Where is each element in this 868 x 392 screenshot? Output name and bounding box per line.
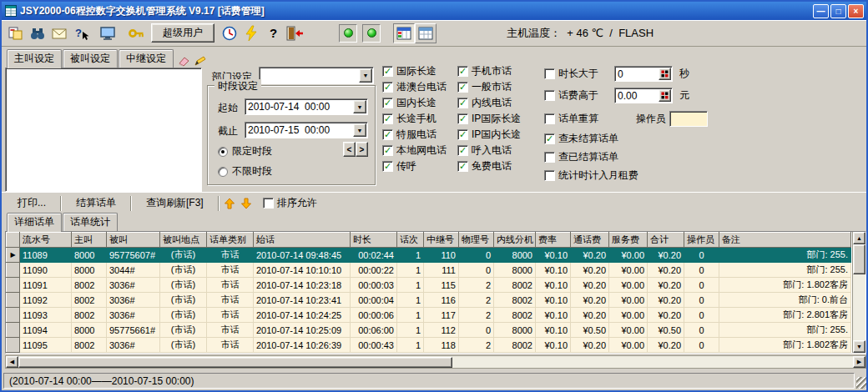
move-down-button[interactable] xyxy=(238,194,255,213)
column-header-extension[interactable]: 内线分机 xyxy=(494,233,536,248)
column-header-callee[interactable]: 被叫 xyxy=(107,233,160,248)
calltype-checkbox[interactable]: ✓免费电话 xyxy=(457,158,521,174)
find-button[interactable] xyxy=(27,23,48,44)
column-header-call-fee[interactable]: 通话费 xyxy=(571,233,609,248)
column-header-physical-no[interactable]: 物理号 xyxy=(459,233,494,248)
query-settled-checkbox[interactable]: 查已结算话单 xyxy=(544,150,618,164)
table-row[interactable]: 1109580023036#(市话)市话2010-07-14 10:26:390… xyxy=(7,338,851,353)
super-user-button[interactable]: 超级用户 xyxy=(151,23,214,43)
pencil-button[interactable] xyxy=(194,53,207,68)
calltype-checkbox[interactable]: ✓内线电话 xyxy=(457,95,521,111)
vertical-scrollbar-thumb[interactable] xyxy=(853,244,865,274)
column-header-callee-area[interactable]: 被叫地点 xyxy=(160,233,207,248)
calltype-checkbox[interactable]: ✓本地网电话 xyxy=(382,143,447,158)
dropdown-button[interactable]: ▼ xyxy=(353,100,366,113)
column-header-serial[interactable]: 流水号 xyxy=(20,233,72,248)
recalc-checkbox[interactable]: 话单重算 xyxy=(544,112,614,126)
column-header-start-time[interactable]: 始话 xyxy=(254,233,351,248)
table-row[interactable]: 11094800095775661#(市话)市话2010-07-14 10:25… xyxy=(7,323,851,338)
duration-filter-checkbox[interactable]: 时长大于 xyxy=(544,67,614,81)
calltype-checkbox[interactable]: ✓长途手机 xyxy=(382,111,447,127)
calltype-checkbox[interactable]: ✓手机市话 xyxy=(457,63,521,79)
dropdown-button[interactable]: ▼ xyxy=(359,68,372,83)
print-button[interactable]: 打印... xyxy=(5,193,58,214)
value-picker-button[interactable] xyxy=(659,89,671,102)
dropdown-button[interactable]: ▼ xyxy=(353,123,366,137)
column-header-operator[interactable]: 操作员 xyxy=(684,233,719,248)
help-button[interactable]: ? xyxy=(262,23,284,44)
query-unsettled-checkbox[interactable]: ✓ 查未结算话单 xyxy=(544,132,618,146)
minimize-button[interactable]: — xyxy=(813,4,829,18)
column-header-duration[interactable]: 时长 xyxy=(351,233,397,248)
column-header-call-type[interactable]: 话单类别 xyxy=(207,233,254,248)
column-header-trunk-no[interactable]: 中继号 xyxy=(424,233,459,248)
period-start-combobox[interactable]: 2010-07-14 00:00 ▼ xyxy=(245,98,368,115)
refresh-query-button[interactable]: 查询刷新[F3] xyxy=(134,193,216,214)
tab-trunk-setting[interactable]: 中继设定 xyxy=(119,49,174,68)
permission-button[interactable] xyxy=(125,23,147,44)
fee-input[interactable]: 0.00 xyxy=(614,88,673,103)
calltype-checkbox[interactable]: ✓特服电话 xyxy=(382,127,447,143)
calltype-checkbox[interactable]: ✓一般市话 xyxy=(457,79,521,95)
calltype-checkbox[interactable]: ✓呼入电话 xyxy=(457,143,521,158)
column-header-total[interactable]: 合计 xyxy=(648,233,684,248)
scroll-up-button[interactable]: ▲ xyxy=(853,232,865,244)
tab-caller-setting[interactable]: 主叫设定 xyxy=(7,49,62,68)
close-button[interactable]: × xyxy=(848,4,864,18)
stats-view-button[interactable] xyxy=(415,23,437,43)
calltype-checkbox[interactable]: ✓国内长途 xyxy=(382,95,447,111)
vertical-scrollbar[interactable]: ▲ ▼ xyxy=(852,232,865,353)
maximize-button[interactable]: □ xyxy=(830,4,846,18)
dept-combobox[interactable]: ▼ xyxy=(259,67,374,84)
calltype-checkbox[interactable]: ✓IP国内长途 xyxy=(457,127,521,143)
table-row[interactable]: ▶11089800095775607#(市话)市话2010-07-14 09:4… xyxy=(7,248,851,263)
column-header-service-fee[interactable]: 服务费 xyxy=(609,233,648,248)
svg-text:?: ? xyxy=(270,26,277,40)
table-row[interactable]: 1109180023036#(市话)市话2010-07-14 10:23:180… xyxy=(7,278,851,293)
calltype-checkbox[interactable]: ✓IP国际长途 xyxy=(457,111,521,127)
operator-input[interactable] xyxy=(669,111,708,127)
prev-period-button[interactable]: < xyxy=(343,142,356,157)
scroll-left-button[interactable]: ◀ xyxy=(6,356,18,368)
horizontal-scrollbar-thumb[interactable] xyxy=(18,357,452,368)
value-picker-button[interactable] xyxy=(659,68,671,80)
detail-view-button[interactable] xyxy=(393,23,415,43)
table-row[interactable]: 1109280023036#(市话)市话2010-07-14 10:23:410… xyxy=(7,293,851,308)
mail-button[interactable] xyxy=(48,23,70,44)
unlimited-period-radio[interactable]: 不限时段 xyxy=(218,164,272,178)
calltype-checkbox[interactable]: ✓港澳台电话 xyxy=(382,79,447,95)
scrollbar-track[interactable] xyxy=(853,274,865,340)
quick-button[interactable] xyxy=(240,23,262,44)
monthly-fee-checkbox[interactable]: 统计时计入月租费 xyxy=(544,168,638,183)
tab-record-stats[interactable]: 话单统计 xyxy=(63,213,118,231)
limited-period-radio[interactable]: 限定时段 xyxy=(218,144,272,158)
exit-button[interactable] xyxy=(284,23,305,44)
scroll-down-button[interactable]: ▼ xyxy=(853,340,865,353)
resize-grip-icon[interactable] xyxy=(856,377,868,389)
column-header-caller[interactable]: 主叫 xyxy=(72,233,107,248)
duration-input[interactable]: 0 xyxy=(614,66,673,82)
horizontal-scrollbar[interactable]: ◀ ▶ xyxy=(5,355,866,369)
table-row[interactable]: 1109380023036#(市话)市话2010-07-14 10:24:250… xyxy=(7,308,851,323)
column-header-rate[interactable]: 费率 xyxy=(536,233,571,248)
sort-allow-checkbox[interactable]: 排序允许 xyxy=(263,196,317,210)
calltype-checkbox[interactable]: ✓国际长途 xyxy=(382,63,447,79)
settle-bills-button[interactable]: 结算话单 xyxy=(63,193,129,214)
records-button[interactable] xyxy=(5,23,27,44)
move-up-button[interactable] xyxy=(221,194,238,213)
monitor-button[interactable] xyxy=(97,23,119,44)
eraser-button[interactable] xyxy=(177,53,190,68)
column-header-remark[interactable]: 备注 xyxy=(719,233,851,248)
column-header-count[interactable]: 话次 xyxy=(397,233,424,248)
period-end-combobox[interactable]: 2010-07-15 00:00 ▼ xyxy=(245,122,368,138)
context-help-button[interactable]: ? xyxy=(70,23,92,44)
tab-detail-records[interactable]: 详细话单 xyxy=(7,213,62,232)
fee-filter-checkbox[interactable]: 话费高于 xyxy=(544,88,614,103)
timer-button[interactable] xyxy=(219,23,240,44)
calltype-checkbox[interactable]: ✓传呼 xyxy=(382,158,447,174)
caller-number-list[interactable] xyxy=(5,68,202,192)
table-row[interactable]: 1109080003044#(市话)市话2010-07-14 10:10:100… xyxy=(7,263,851,278)
tab-callee-setting[interactable]: 被叫设定 xyxy=(63,49,118,68)
next-period-button[interactable]: > xyxy=(356,142,368,157)
scroll-right-button[interactable]: ▶ xyxy=(853,356,865,368)
